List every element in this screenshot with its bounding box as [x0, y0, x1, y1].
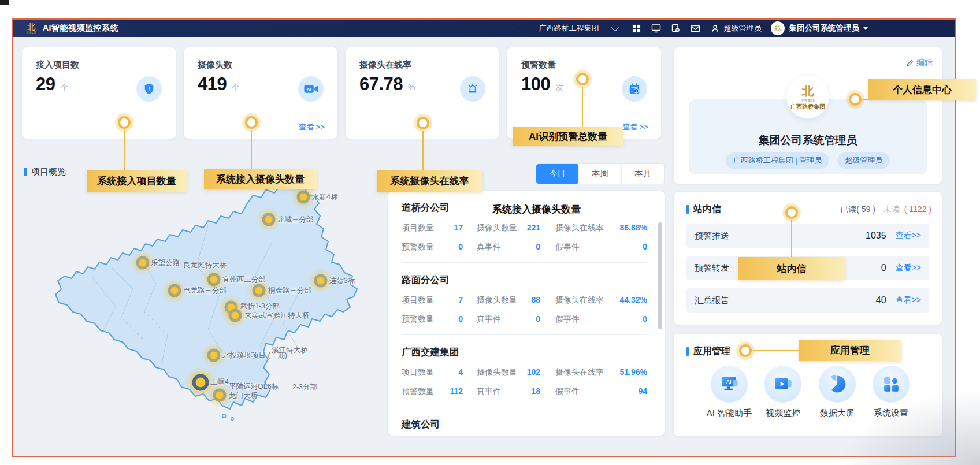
map-marker[interactable] [297, 191, 310, 204]
stat-value: 0 [536, 242, 540, 251]
stat-value: 419 [198, 74, 227, 95]
annotation-line [124, 130, 125, 170]
svg-text:%: % [833, 379, 837, 384]
unread-label[interactable]: 未读 [884, 204, 900, 214]
edit-pencil-icon [906, 59, 914, 67]
tab-this-month[interactable]: 本月 [622, 164, 664, 184]
view-link[interactable]: 查看>> [896, 263, 921, 273]
view-link[interactable]: 查看 >> [299, 122, 325, 132]
stat-value: 0 [536, 314, 540, 323]
mail-icon[interactable] [691, 24, 700, 34]
app-title: AI智能视频监控系统 [43, 23, 118, 34]
messages-title: 站内信 [693, 203, 721, 215]
annotation-dot [118, 116, 131, 129]
map-marker-label: 良龙滩特大桥 [183, 261, 227, 270]
stat-card-title: 接入项目数 [36, 59, 79, 70]
stat-label: 真事件 [477, 242, 501, 252]
ai-assistant-icon: AI [711, 366, 748, 403]
stat-label: 摄像头数量 [477, 223, 517, 233]
stat-value: 0 [643, 314, 647, 323]
stat-value: 51.96% [620, 367, 647, 377]
map-marker[interactable] [213, 389, 227, 402]
org-selector[interactable]: 广西路桥工程集团 [539, 23, 619, 34]
stat-label: 真事件 [477, 386, 501, 397]
dashboard-screenshot: 北 北投集团 AI智能视频监控系统 广西路桥工程集团 超级管理员 北 北投集团 [0, 0, 980, 465]
user-icon[interactable] [710, 24, 720, 34]
annotation-online-rate: 系统摄像头在线率 [377, 170, 482, 192]
stat-label: 假事件 [555, 242, 580, 252]
stat-unit: 次 [555, 83, 563, 93]
tab-today[interactable]: 今日 [536, 164, 579, 184]
brand-logo-icon: 北 北投集团 [25, 23, 37, 34]
grid-apps-icon[interactable] [632, 24, 641, 34]
map-marker-label: 来宾武宣黔江特大桥 [244, 311, 310, 321]
map-marker-label: 乐望公路 [151, 258, 180, 268]
stat-label: 摄像头在线率 [555, 367, 604, 378]
stat-value: 29 [36, 74, 55, 95]
top-navbar: 北 北投集团 AI智能视频监控系统 广西路桥工程集团 超级管理员 北 北投集团 [13, 20, 955, 37]
view-link[interactable]: 查看 >> [622, 122, 648, 132]
map-marker-label: 平陆运河QL6标 [229, 382, 279, 392]
app-data-screen[interactable]: % 数据大屏 [811, 366, 864, 419]
map-marker[interactable] [314, 274, 328, 288]
view-link[interactable]: 查看>> [896, 230, 921, 241]
stat-label: 项目数量 [402, 223, 434, 233]
app-system-settings[interactable]: 系统设置 [864, 366, 918, 419]
device-settings-icon[interactable] [671, 24, 681, 34]
stat-value: 221 [527, 223, 540, 232]
view-link[interactable]: 查看>> [896, 295, 921, 306]
message-row-alert-push[interactable]: 预警推送 1035 查看>> [686, 224, 929, 248]
map-marker[interactable] [136, 256, 150, 270]
user-menu-label[interactable]: 集团公司系统管理员 [789, 23, 860, 34]
app-ai-assistant[interactable]: AI AI 智能助手 [703, 366, 756, 419]
map-marker[interactable] [262, 213, 276, 226]
annotation-line [251, 130, 252, 169]
annotation-dot [245, 116, 258, 129]
avatar[interactable]: 北 北投集团 [771, 21, 785, 35]
app-label: 视频监控 [756, 408, 810, 419]
read-count[interactable]: 已读( 59 ) [840, 204, 875, 214]
profile-avatar[interactable]: 北 北投集团 广西路桥集团 [786, 76, 829, 118]
message-label: 预警推送 [695, 230, 729, 241]
message-row-summary-report[interactable]: 汇总报告 40 查看>> [686, 288, 929, 313]
app-video-monitor[interactable]: 视频监控 [756, 366, 810, 419]
stat-value: 7 [458, 295, 463, 304]
tab-this-week[interactable]: 本周 [579, 164, 622, 184]
avatar-line1: 北投集团 [801, 99, 815, 103]
stat-label: 真事件 [477, 314, 501, 325]
user-menu[interactable]: 集团公司系统管理员 [789, 23, 868, 34]
annotation-project-count: 系统接入项目数量 [87, 170, 187, 192]
map-marker[interactable] [192, 374, 209, 391]
annotation-dot [417, 117, 429, 129]
svg-text:!: ! [148, 86, 150, 92]
annotation-line [582, 87, 583, 127]
stat-value: 17 [454, 223, 463, 232]
stat-card-title: 摄像头数 [198, 59, 232, 70]
monitor-icon[interactable] [651, 24, 661, 34]
svg-text:AI: AI [306, 87, 311, 92]
map-marker-label: 巴羌路三分部 [183, 286, 227, 296]
map-marker[interactable] [207, 273, 221, 287]
company-stats-panel: 道桥分公司 项目数量17 摄像头数量221 摄像头在线率86.88% 预警数量0… [388, 191, 665, 436]
unread-count[interactable]: ( 1122 ) [904, 204, 931, 214]
scrollbar[interactable] [658, 222, 662, 329]
profile-card: 编辑 北 北投集团 广西路桥集团 集团公司系统管理员 广西路桥工程集团 | 管理… [674, 47, 942, 184]
stat-value: 67.78 [359, 74, 403, 95]
stat-label: 预警数量 [402, 242, 434, 252]
map-marker[interactable] [207, 349, 221, 362]
chevron-down-icon [611, 24, 619, 32]
edit-button[interactable]: 编辑 [906, 58, 933, 68]
map-marker-label: 连贺3标 [329, 276, 355, 286]
section-bar [686, 347, 689, 356]
annotation-dot [785, 206, 798, 219]
system-settings-icon [873, 366, 910, 403]
message-count: 40 [876, 295, 886, 306]
company-section: 路面分公司 项目数量7 摄像头数量88 摄像头在线率44.32% 预警数量0 真… [388, 263, 665, 325]
map-marker[interactable] [253, 284, 266, 297]
stat-label: 项目数量 [402, 367, 434, 378]
org-selector-value[interactable]: 广西路桥工程集团 [539, 23, 599, 34]
role-label[interactable]: 超级管理员 [724, 23, 762, 34]
annotation-apps: 应用管理 [799, 340, 901, 361]
map-marker[interactable] [168, 284, 181, 297]
edit-label[interactable]: 编辑 [916, 58, 933, 68]
